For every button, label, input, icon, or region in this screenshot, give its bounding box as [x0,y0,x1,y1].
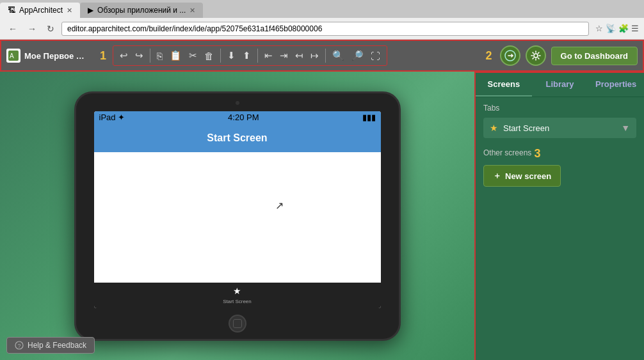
app-logo: A Мое Первое Пр... [6,49,96,63]
dashboard-button[interactable]: Go to Dashboard [551,47,638,65]
redo-button[interactable]: ↪ [133,49,146,63]
ipad-screen: iPad ✦ 4:20 PM ▮▮▮ Start Screen ★ Start … [94,111,381,308]
browser-nav-bar: ← → ↻ ☆ 📡 🧩 ☰ [0,18,644,40]
ipad-tab-bar: ★ Start Screen [94,283,381,308]
tabs-section-title: Tabs [483,104,636,113]
move-back-button[interactable]: ⬇ [225,49,238,63]
tab-screens[interactable]: Screens [476,73,532,97]
tab-library[interactable]: Library [532,73,588,97]
menu-icon[interactable]: ☰ [631,24,639,33]
other-screens-title: Other screens [483,148,531,157]
rss-icon[interactable]: 📡 [606,24,616,33]
plus-icon: ＋ [493,170,501,182]
ipad-status-bar: iPad ✦ 4:20 PM ▮▮▮ [94,111,381,124]
ipad-status-right: ▮▮▮ [362,113,376,122]
app-logo-icon: A [6,49,20,63]
main-layout: iPad ✦ 4:20 PM ▮▮▮ Start Screen ★ Start … [0,72,644,360]
browser-tab-reviews[interactable]: ▶ Обзоры приложений и ... ✕ [80,3,203,18]
tab-favicon-apparchitect: 🏗 [8,6,15,15]
screens-panel-content: Tabs ★ Start Screen ▼ Other screens 3 ＋ … [476,97,644,193]
svg-text:?: ? [18,343,21,349]
app-toolbar: A Мое Первое Пр... 1 ↩ ↪ ⎘ 📋 ✂ 🗑 ⬇ ⬆ ⇤ ⇥… [0,40,644,72]
copy-button[interactable]: ⎘ [154,49,165,63]
align-left-button[interactable]: ⇤ [262,49,275,63]
divider-1 [150,49,150,63]
extension-icon[interactable]: 🧩 [618,24,629,33]
divider-4 [325,49,326,63]
svg-point-3 [534,54,538,58]
tab-properties[interactable]: Properties [588,73,644,97]
tab-close-reviews[interactable]: ✕ [189,6,195,15]
cut-button[interactable]: ✂ [186,49,200,63]
forward-button[interactable]: → [24,22,40,35]
right-panel: Screens Library Properties Tabs ★ Start … [474,72,644,360]
svg-text:A: A [10,52,14,59]
login-icon-button[interactable] [500,45,520,66]
dropdown-arrow-icon: ▼ [621,123,630,133]
start-screen-item[interactable]: ★ Start Screen ▼ [483,118,636,138]
ipad-nav-bar: Start Screen [94,124,381,152]
settings-icon-button[interactable] [526,45,546,66]
undo-button[interactable]: ↩ [117,49,131,63]
divider-3 [257,49,258,63]
toolbar-label-2: 2 [486,49,492,63]
toolbar-edit-group: ↩ ↪ ⎘ 📋 ✂ 🗑 ⬇ ⬆ ⇤ ⇥ ↤ ↦ 🔍 🔎 ⛶ [113,45,387,66]
start-screen-label: Start Screen [503,123,621,133]
address-bar[interactable] [61,22,589,36]
new-screen-button[interactable]: ＋ New screen [483,165,561,187]
canvas-area: iPad ✦ 4:20 PM ▮▮▮ Start Screen ★ Start … [0,72,474,360]
reload-button[interactable]: ↻ [44,22,58,35]
ipad-nav-title: Start Screen [207,132,267,144]
align-right-button[interactable]: ↤ [293,49,306,63]
ipad-home-inner [233,319,242,328]
back-button[interactable]: ← [5,22,20,35]
ipad-tab-label: Start Screen [223,299,251,304]
new-screen-label: New screen [505,171,551,181]
fullscreen-button[interactable]: ⛶ [368,49,383,63]
delete-button[interactable]: 🗑 [202,49,216,63]
zoom-in-button[interactable]: 🔎 [349,49,366,63]
number-badge-3: 3 [534,147,540,160]
divider-2 [220,49,221,63]
star-icon: ★ [490,123,498,133]
ipad-status-left: iPad ✦ [99,113,125,122]
paste-button[interactable]: 📋 [167,49,184,63]
ipad-device: iPad ✦ 4:20 PM ▮▮▮ Start Screen ★ Start … [74,91,401,341]
move-front-button[interactable]: ⬆ [240,49,254,63]
toolbar-right: Go to Dashboard [500,45,638,66]
app-logo-text: Мое Первое Пр... [24,51,88,61]
ipad-content-area[interactable] [94,152,381,283]
help-feedback-button[interactable]: ? Help & Feedback [6,337,95,354]
help-feedback-label: Help & Feedback [28,341,86,350]
ipad-camera [236,101,239,105]
tab-label-reviews: Обзоры приложений и ... [97,6,186,15]
panel-tab-bar: Screens Library Properties [476,73,644,97]
zoom-out-button[interactable]: 🔍 [330,49,347,63]
browser-tab-bar: 🏗 AppArchitect ✕ ▶ Обзоры приложений и .… [0,0,644,18]
align-center-button[interactable]: ⇥ [277,49,291,63]
ipad-status-center: 4:20 PM [228,113,259,122]
browser-tab-apparchitect[interactable]: 🏗 AppArchitect ✕ [0,3,80,18]
tab-favicon-reviews: ▶ [88,6,93,15]
bookmark-icon[interactable]: ☆ [595,24,603,33]
tab-label-apparchitect: AppArchitect [19,6,63,15]
ipad-home-button[interactable] [229,315,246,333]
tab-close-apparchitect[interactable]: ✕ [67,6,72,15]
align-justify-button[interactable]: ↦ [308,49,321,63]
toolbar-label-1: 1 [100,49,106,63]
ipad-tab-star-icon: ★ [233,286,241,296]
